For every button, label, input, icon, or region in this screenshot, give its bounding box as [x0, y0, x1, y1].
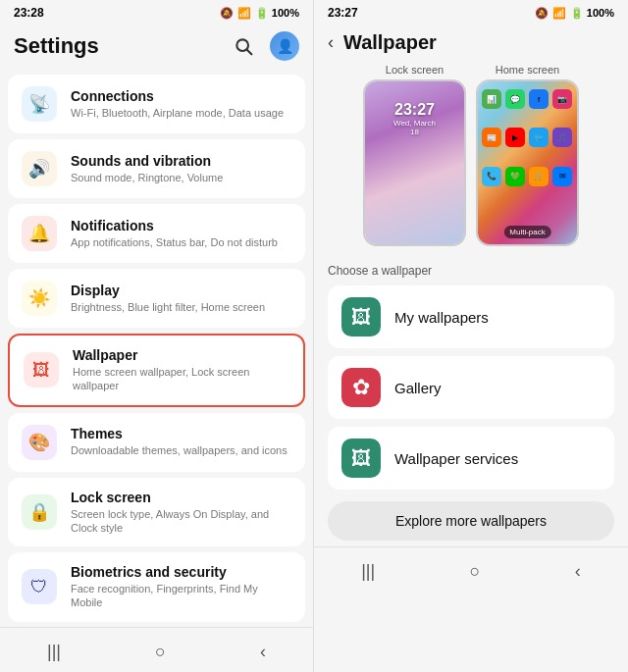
app-icon: 📊 — [482, 89, 501, 109]
search-button[interactable] — [229, 31, 258, 61]
header-icons: 👤 — [229, 31, 299, 61]
lockscreen-icon: 🔒 — [22, 494, 57, 530]
settings-item-sounds[interactable]: 🔊Sounds and vibrationSound mode, Rington… — [8, 139, 305, 198]
biometrics-title: Biometrics and security — [71, 564, 291, 580]
gallery-option[interactable]: ✿ Gallery — [328, 356, 614, 419]
lock-time-overlay: 23:27 Wed, March 18 — [390, 101, 440, 136]
right-nav-home-button[interactable]: ○ — [450, 557, 500, 586]
app-icon: f — [529, 89, 549, 109]
settings-item-biometrics[interactable]: 🛡Biometrics and securityFace recognition… — [8, 552, 305, 622]
nav-home-button[interactable]: ○ — [135, 638, 185, 666]
my-wallpapers-icon: 🖼 — [341, 297, 381, 336]
wallpaper-header: ‹ Wallpaper — [314, 24, 628, 64]
sounds-icon: 🔊 — [22, 151, 57, 186]
settings-item-themes[interactable]: 🎨ThemesDownloadable themes, wallpapers, … — [8, 413, 305, 472]
svg-line-1 — [247, 50, 252, 55]
app-icon: 📰 — [482, 128, 501, 147]
biometrics-icon: 🛡 — [22, 569, 57, 604]
app-icon: ▶ — [505, 128, 525, 147]
right-nav-back-button[interactable]: ‹ — [555, 557, 601, 586]
left-panel: 23:28 🔕 📶 🔋 100% Settings 👤 📡Connections… — [0, 0, 314, 672]
search-icon — [234, 36, 253, 56]
notifications-title: Notifications — [71, 218, 291, 233]
right-panel: 23:27 🔕 📶 🔋 100% ‹ Wallpaper Lock screen… — [314, 0, 628, 672]
wallpaper-services-label: Wallpaper services — [394, 450, 518, 467]
my-wallpapers-option[interactable]: 🖼 My wallpapers — [328, 285, 614, 348]
left-bottom-nav: ||| ○ ‹ — [0, 627, 313, 672]
connections-subtitle: Wi-Fi, Bluetooth, Airplane mode, Data us… — [71, 106, 291, 120]
display-icon: ☀️ — [22, 281, 57, 316]
wallpaper-options: Choose a wallpaper 🖼 My wallpapers ✿ Gal… — [314, 258, 628, 546]
gallery-icon: ✿ — [341, 368, 381, 407]
settings-item-display[interactable]: ☀️DisplayBrightness, Blue light filter, … — [8, 269, 305, 328]
display-title: Display — [71, 283, 291, 298]
home-screen-preview: Home screen 📊 💬 f 📷 📰 ▶ 🐦 🎵 📞 💚 🛒 ✉ Mu — [476, 64, 579, 246]
themes-subtitle: Downloadable themes, wallpapers, and ico… — [71, 443, 291, 457]
explore-button[interactable]: Explore more wallpapers — [328, 501, 614, 541]
connections-icon: 📡 — [22, 86, 57, 122]
wallpaper-services-icon: 🖼 — [341, 439, 381, 478]
choose-label: Choose a wallpaper — [328, 264, 614, 278]
lock-screen-phone[interactable]: 23:27 Wed, March 18 — [363, 79, 466, 246]
lockscreen-subtitle: Screen lock type, Always On Display, and… — [71, 507, 291, 536]
wallpaper-title: Wallpaper — [73, 347, 289, 363]
nav-back-button[interactable]: ‹ — [240, 638, 286, 666]
gallery-label: Gallery — [394, 380, 442, 396]
wallpaper-services-option[interactable]: 🖼 Wallpaper services — [328, 427, 614, 490]
home-screen-label: Home screen — [496, 64, 559, 76]
wallpaper-icon: 🖼 — [24, 352, 59, 388]
right-status-bar: 23:27 🔕 📶 🔋 100% — [314, 0, 628, 24]
app-icon: 🎵 — [552, 128, 572, 147]
settings-item-notifications[interactable]: 🔔NotificationsApp notifications, Status … — [8, 204, 305, 263]
multipack-badge: Multi-pack — [503, 226, 550, 238]
lock-time: 23:27 — [390, 101, 440, 119]
my-wallpapers-label: My wallpapers — [394, 309, 489, 326]
wallpaper-title: Wallpaper — [343, 31, 437, 54]
home-screen-phone[interactable]: 📊 💬 f 📷 📰 ▶ 🐦 🎵 📞 💚 🛒 ✉ Multi-pack — [476, 79, 579, 246]
themes-title: Themes — [71, 426, 291, 441]
notifications-icon: 🔔 — [22, 216, 57, 251]
app-icon: 💚 — [505, 167, 525, 186]
connections-title: Connections — [71, 88, 291, 104]
settings-item-connections[interactable]: 📡ConnectionsWi-Fi, Bluetooth, Airplane m… — [8, 75, 305, 133]
lock-screen-wallpaper: 23:27 Wed, March 18 — [365, 81, 464, 244]
left-time: 23:28 — [14, 6, 44, 20]
app-icon: ✉ — [552, 167, 572, 186]
wallpaper-subtitle: Home screen wallpaper, Lock screen wallp… — [73, 365, 289, 393]
app-icon: 🐦 — [529, 128, 549, 147]
nav-menu-button[interactable]: ||| — [27, 638, 80, 666]
settings-list: 📡ConnectionsWi-Fi, Bluetooth, Airplane m… — [0, 71, 313, 627]
display-subtitle: Brightness, Blue light filter, Home scre… — [71, 300, 291, 314]
app-icon: 💬 — [505, 89, 525, 109]
app-icon: 🛒 — [529, 167, 549, 186]
back-button[interactable]: ‹ — [328, 32, 334, 53]
app-icon: 📞 — [482, 167, 501, 186]
right-time: 23:27 — [328, 6, 358, 20]
lock-screen-label: Lock screen — [386, 64, 444, 76]
biometrics-subtitle: Face recognition, Fingerprints, Find My … — [71, 582, 291, 610]
settings-title: Settings — [14, 33, 99, 59]
settings-item-lockscreen[interactable]: 🔒Lock screenScreen lock type, Always On … — [8, 478, 305, 547]
right-status-icons: 🔕 📶 🔋 100% — [535, 7, 614, 20]
right-bottom-nav: ||| ○ ‹ — [314, 546, 628, 592]
themes-icon: 🎨 — [22, 425, 57, 460]
lock-screen-preview: Lock screen 23:27 Wed, March 18 — [363, 64, 466, 246]
left-status-icons: 🔕 📶 🔋 100% — [220, 7, 299, 20]
app-icon: 📷 — [552, 89, 572, 109]
left-status-bar: 23:28 🔕 📶 🔋 100% — [0, 0, 313, 24]
avatar-icon: 👤 — [277, 38, 293, 54]
wallpaper-previews: Lock screen 23:27 Wed, March 18 Home scr… — [314, 64, 628, 258]
right-nav-menu-button[interactable]: ||| — [341, 557, 394, 586]
notifications-subtitle: App notifications, Status bar, Do not di… — [71, 235, 291, 249]
settings-item-wallpaper[interactable]: 🖼WallpaperHome screen wallpaper, Lock sc… — [8, 334, 305, 407]
settings-header: Settings 👤 — [0, 24, 313, 71]
home-screen-wallpaper: 📊 💬 f 📷 📰 ▶ 🐦 🎵 📞 💚 🛒 ✉ — [478, 81, 577, 244]
sounds-title: Sounds and vibration — [71, 153, 291, 169]
lockscreen-title: Lock screen — [71, 490, 291, 505]
sounds-subtitle: Sound mode, Ringtone, Volume — [71, 171, 291, 184]
lock-date: Wed, March 18 — [390, 119, 440, 136]
avatar-button[interactable]: 👤 — [270, 31, 299, 61]
